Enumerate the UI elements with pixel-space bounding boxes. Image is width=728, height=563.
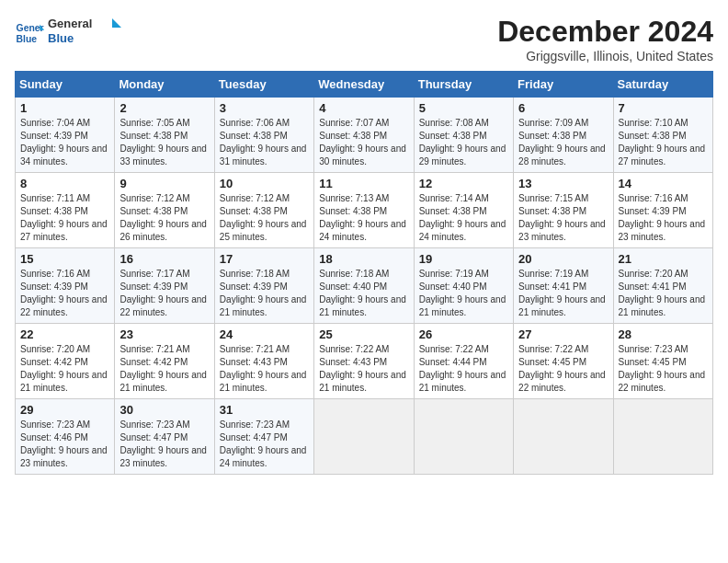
calendar-cell: 30 Sunrise: 7:23 AM Sunset: 4:47 PM Dayl…	[115, 399, 214, 475]
logo-icon: General Blue	[15, 18, 44, 48]
day-number: 14	[619, 177, 708, 190]
page-title: December 2024	[497, 15, 713, 49]
calendar-cell: 28 Sunrise: 7:23 AM Sunset: 4:45 PM Dayl…	[613, 324, 712, 399]
daylight-label: Daylight: 9 hours and 26 minutes.	[119, 219, 207, 242]
calendar-cell	[314, 399, 414, 475]
day-info: Sunrise: 7:16 AM Sunset: 4:39 PM Dayligh…	[20, 268, 109, 319]
sunrise-label: Sunrise: 7:22 AM	[419, 344, 489, 354]
calendar-cell: 29 Sunrise: 7:23 AM Sunset: 4:46 PM Dayl…	[16, 399, 115, 475]
sunset-label: Sunset: 4:38 PM	[220, 206, 288, 216]
day-number: 17	[220, 252, 309, 266]
daylight-label: Daylight: 9 hours and 34 minutes.	[20, 144, 108, 167]
day-number: 31	[220, 403, 309, 417]
daylight-label: Daylight: 9 hours and 33 minutes.	[119, 144, 207, 167]
sunrise-label: Sunrise: 7:12 AM	[220, 193, 290, 203]
daylight-label: Daylight: 9 hours and 23 minutes.	[619, 219, 706, 242]
sunset-label: Sunset: 4:38 PM	[518, 206, 586, 216]
calendar-cell: 8 Sunrise: 7:11 AM Sunset: 4:38 PM Dayli…	[16, 173, 115, 248]
calendar-cell: 7 Sunrise: 7:10 AM Sunset: 4:38 PM Dayli…	[613, 98, 712, 173]
day-number: 20	[518, 252, 608, 266]
daylight-label: Daylight: 9 hours and 22 minutes.	[619, 370, 706, 393]
sunset-label: Sunset: 4:39 PM	[20, 131, 88, 141]
sunset-label: Sunset: 4:38 PM	[619, 131, 687, 141]
day-number: 10	[220, 177, 309, 190]
sunset-label: Sunset: 4:45 PM	[619, 357, 687, 367]
daylight-label: Daylight: 9 hours and 23 minutes.	[119, 445, 207, 468]
day-number: 30	[119, 403, 209, 417]
daylight-label: Daylight: 9 hours and 21 minutes.	[220, 370, 307, 393]
daylight-label: Daylight: 9 hours and 31 minutes.	[220, 144, 307, 167]
sunrise-label: Sunrise: 7:20 AM	[619, 269, 688, 279]
svg-text:Blue: Blue	[17, 34, 38, 44]
day-number: 19	[419, 252, 508, 266]
day-info: Sunrise: 7:23 AM Sunset: 4:47 PM Dayligh…	[119, 419, 209, 470]
col-header-thursday: Thursday	[414, 72, 513, 98]
sunset-label: Sunset: 4:47 PM	[220, 432, 288, 442]
sunset-label: Sunset: 4:40 PM	[319, 282, 387, 292]
calendar-cell: 1 Sunrise: 7:04 AM Sunset: 4:39 PM Dayli…	[16, 98, 115, 173]
calendar-week-row: 8 Sunrise: 7:11 AM Sunset: 4:38 PM Dayli…	[16, 173, 713, 248]
day-info: Sunrise: 7:12 AM Sunset: 4:38 PM Dayligh…	[220, 192, 309, 244]
day-info: Sunrise: 7:19 AM Sunset: 4:40 PM Dayligh…	[419, 268, 508, 319]
calendar-cell: 18 Sunrise: 7:18 AM Sunset: 4:40 PM Dayl…	[314, 248, 414, 324]
day-number: 28	[619, 327, 708, 341]
calendar-cell: 21 Sunrise: 7:20 AM Sunset: 4:41 PM Dayl…	[613, 248, 712, 324]
day-number: 22	[20, 327, 109, 341]
day-info: Sunrise: 7:17 AM Sunset: 4:39 PM Dayligh…	[119, 268, 209, 319]
daylight-label: Daylight: 9 hours and 27 minutes.	[619, 144, 706, 167]
day-info: Sunrise: 7:08 AM Sunset: 4:38 PM Dayligh…	[419, 117, 508, 168]
day-number: 8	[20, 177, 109, 190]
day-number: 29	[20, 403, 109, 417]
daylight-label: Daylight: 9 hours and 24 minutes.	[319, 219, 406, 242]
day-number: 27	[518, 327, 608, 341]
svg-marker-5	[112, 18, 121, 28]
calendar-cell: 9 Sunrise: 7:12 AM Sunset: 4:38 PM Dayli…	[115, 173, 214, 248]
daylight-label: Daylight: 9 hours and 23 minutes.	[518, 219, 606, 242]
day-number: 3	[220, 101, 309, 115]
sunrise-label: Sunrise: 7:07 AM	[319, 118, 389, 128]
daylight-label: Daylight: 9 hours and 21 minutes.	[319, 294, 406, 317]
sunrise-label: Sunrise: 7:18 AM	[220, 269, 290, 279]
sunset-label: Sunset: 4:39 PM	[119, 282, 188, 292]
day-info: Sunrise: 7:06 AM Sunset: 4:38 PM Dayligh…	[220, 117, 309, 168]
day-info: Sunrise: 7:13 AM Sunset: 4:38 PM Dayligh…	[319, 192, 408, 244]
daylight-label: Daylight: 9 hours and 25 minutes.	[220, 219, 307, 242]
day-number: 7	[619, 101, 708, 115]
calendar-week-row: 29 Sunrise: 7:23 AM Sunset: 4:46 PM Dayl…	[16, 399, 713, 475]
sunset-label: Sunset: 4:38 PM	[319, 206, 387, 216]
daylight-label: Daylight: 9 hours and 21 minutes.	[419, 294, 506, 317]
calendar-cell: 4 Sunrise: 7:07 AM Sunset: 4:38 PM Dayli…	[314, 98, 414, 173]
day-number: 6	[518, 101, 608, 115]
calendar-cell: 3 Sunrise: 7:06 AM Sunset: 4:38 PM Dayli…	[214, 98, 313, 173]
day-info: Sunrise: 7:18 AM Sunset: 4:40 PM Dayligh…	[319, 268, 408, 319]
sunrise-label: Sunrise: 7:12 AM	[119, 193, 189, 203]
sunrise-label: Sunrise: 7:20 AM	[20, 344, 90, 354]
calendar-header-row: SundayMondayTuesdayWednesdayThursdayFrid…	[16, 72, 713, 98]
calendar-cell: 27 Sunrise: 7:22 AM Sunset: 4:45 PM Dayl…	[514, 324, 613, 399]
daylight-label: Daylight: 9 hours and 22 minutes.	[20, 294, 108, 317]
day-info: Sunrise: 7:18 AM Sunset: 4:39 PM Dayligh…	[220, 268, 309, 319]
calendar-cell: 17 Sunrise: 7:18 AM Sunset: 4:39 PM Dayl…	[214, 248, 313, 324]
sunset-label: Sunset: 4:41 PM	[518, 282, 586, 292]
day-number: 26	[419, 327, 508, 341]
day-number: 13	[518, 177, 608, 190]
sunrise-label: Sunrise: 7:10 AM	[619, 118, 688, 128]
sunset-label: Sunset: 4:38 PM	[419, 131, 487, 141]
day-info: Sunrise: 7:23 AM Sunset: 4:45 PM Dayligh…	[619, 343, 708, 395]
daylight-label: Daylight: 9 hours and 21 minutes.	[419, 370, 506, 393]
daylight-label: Daylight: 9 hours and 21 minutes.	[518, 294, 606, 317]
sunset-label: Sunset: 4:46 PM	[20, 432, 88, 442]
calendar-cell: 25 Sunrise: 7:22 AM Sunset: 4:43 PM Dayl…	[314, 324, 414, 399]
col-header-friday: Friday	[514, 72, 613, 98]
calendar-cell: 22 Sunrise: 7:20 AM Sunset: 4:42 PM Dayl…	[16, 324, 115, 399]
calendar-cell: 23 Sunrise: 7:21 AM Sunset: 4:42 PM Dayl…	[115, 324, 214, 399]
day-info: Sunrise: 7:20 AM Sunset: 4:42 PM Dayligh…	[20, 343, 109, 395]
day-info: Sunrise: 7:10 AM Sunset: 4:38 PM Dayligh…	[619, 117, 708, 168]
daylight-label: Daylight: 9 hours and 30 minutes.	[319, 144, 406, 167]
sunrise-label: Sunrise: 7:23 AM	[220, 419, 290, 430]
sunset-label: Sunset: 4:38 PM	[20, 206, 88, 216]
calendar-cell: 31 Sunrise: 7:23 AM Sunset: 4:47 PM Dayl…	[214, 399, 313, 475]
day-info: Sunrise: 7:22 AM Sunset: 4:43 PM Dayligh…	[319, 343, 408, 395]
daylight-label: Daylight: 9 hours and 21 minutes.	[619, 294, 706, 317]
col-header-saturday: Saturday	[613, 72, 712, 98]
